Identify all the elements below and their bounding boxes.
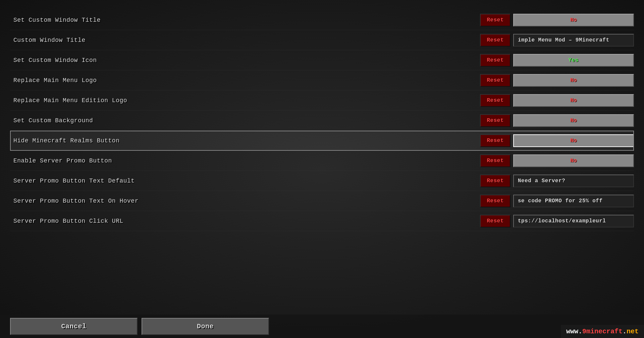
reset-button-replace-main-menu-edition-logo[interactable]: Reset <box>480 94 511 107</box>
value-display-server-promo-button-click-url[interactable]: tps://localhost/exampleurl <box>513 215 634 227</box>
reset-button-set-custom-window-title[interactable]: Reset <box>480 14 511 26</box>
cancel-button[interactable]: Cancel <box>10 318 138 335</box>
config-row-replace-main-menu-logo: Replace Main Menu LogoResetNo <box>10 70 634 90</box>
config-label-hide-minecraft-realms-button: Hide Minecraft Realms Button <box>10 137 466 144</box>
value-display-set-custom-window-title[interactable]: No <box>513 14 634 26</box>
config-label-custom-window-title: Custom Window Title <box>10 37 466 44</box>
config-label-replace-main-menu-edition-logo: Replace Main Menu Edition Logo <box>10 97 466 104</box>
config-label-set-custom-window-title: Set Custom Window Title <box>10 17 466 23</box>
value-display-server-promo-button-text-on-hover[interactable]: se code PROMO for 25% off <box>513 195 634 207</box>
config-controls-hide-minecraft-realms-button: ResetNo <box>466 134 634 147</box>
value-display-hide-minecraft-realms-button[interactable]: No <box>513 134 634 147</box>
config-row-hide-minecraft-realms-button: Hide Minecraft Realms ButtonResetNo <box>10 131 634 151</box>
config-row-set-custom-background: Set Custom BackgroundResetNo <box>10 111 634 131</box>
reset-button-server-promo-button-text-on-hover[interactable]: Reset <box>480 195 511 207</box>
config-label-set-custom-background: Set Custom Background <box>10 117 466 124</box>
watermark: www.9minecraft.net <box>561 325 644 338</box>
value-display-enable-server-promo-button[interactable]: No <box>513 154 634 167</box>
bottom-bar: Cancel Done www.9minecraft.net <box>0 315 644 338</box>
config-controls-replace-main-menu-edition-logo: ResetNo <box>466 94 634 107</box>
value-display-replace-main-menu-edition-logo[interactable]: No <box>513 94 634 107</box>
config-container: Set Custom Window TitleResetNoCustom Win… <box>0 10 644 231</box>
config-controls-set-custom-window-icon: ResetYes <box>466 54 634 67</box>
config-row-replace-main-menu-edition-logo: Replace Main Menu Edition LogoResetNo <box>10 90 634 111</box>
config-row-server-promo-button-text-default: Server Promo Button Text DefaultResetNee… <box>10 171 634 191</box>
reset-button-server-promo-button-text-default[interactable]: Reset <box>480 175 511 187</box>
reset-button-set-custom-window-icon[interactable]: Reset <box>480 54 511 67</box>
value-display-custom-window-title[interactable]: imple Menu Mod – 9Minecraft <box>513 34 634 47</box>
config-row-server-promo-button-text-on-hover: Server Promo Button Text On HoverResetse… <box>10 191 634 211</box>
value-display-server-promo-button-text-default[interactable]: Need a Server? <box>513 175 634 187</box>
config-controls-enable-server-promo-button: ResetNo <box>466 154 634 167</box>
reset-button-server-promo-button-click-url[interactable]: Reset <box>480 215 511 227</box>
config-label-server-promo-button-text-default: Server Promo Button Text Default <box>10 178 466 184</box>
config-controls-set-custom-window-title: ResetNo <box>466 14 634 26</box>
value-display-set-custom-background[interactable]: No <box>513 114 634 127</box>
value-display-set-custom-window-icon[interactable]: Yes <box>513 54 634 67</box>
reset-button-custom-window-title[interactable]: Reset <box>480 34 511 47</box>
reset-button-enable-server-promo-button[interactable]: Reset <box>480 154 511 167</box>
config-controls-custom-window-title: Resetimple Menu Mod – 9Minecraft <box>466 34 634 47</box>
config-controls-replace-main-menu-logo: ResetNo <box>466 74 634 87</box>
config-label-replace-main-menu-logo: Replace Main Menu Logo <box>10 77 466 84</box>
config-label-enable-server-promo-button: Enable Server Promo Button <box>10 157 466 164</box>
config-controls-server-promo-button-text-default: ResetNeed a Server? <box>466 175 634 187</box>
config-row-enable-server-promo-button: Enable Server Promo ButtonResetNo <box>10 151 634 171</box>
config-row-set-custom-window-title: Set Custom Window TitleResetNo <box>10 10 634 30</box>
config-label-server-promo-button-click-url: Server Promo Button Click URL <box>10 218 466 224</box>
done-button[interactable]: Done <box>142 318 269 335</box>
reset-button-replace-main-menu-logo[interactable]: Reset <box>480 74 511 87</box>
config-row-custom-window-title: Custom Window TitleResetimple Menu Mod –… <box>10 30 634 50</box>
reset-button-set-custom-background[interactable]: Reset <box>480 114 511 127</box>
config-controls-set-custom-background: ResetNo <box>466 114 634 127</box>
config-controls-server-promo-button-click-url: Resettps://localhost/exampleurl <box>466 215 634 227</box>
page-title <box>0 0 644 10</box>
config-label-set-custom-window-icon: Set Custom Window Icon <box>10 57 466 64</box>
value-display-replace-main-menu-logo[interactable]: No <box>513 74 634 87</box>
config-label-server-promo-button-text-on-hover: Server Promo Button Text On Hover <box>10 198 466 204</box>
config-controls-server-promo-button-text-on-hover: Resetse code PROMO for 25% off <box>466 195 634 207</box>
config-row-server-promo-button-click-url: Server Promo Button Click URLResettps://… <box>10 211 634 231</box>
reset-button-hide-minecraft-realms-button[interactable]: Reset <box>480 134 511 147</box>
config-row-set-custom-window-icon: Set Custom Window IconResetYes <box>10 50 634 70</box>
